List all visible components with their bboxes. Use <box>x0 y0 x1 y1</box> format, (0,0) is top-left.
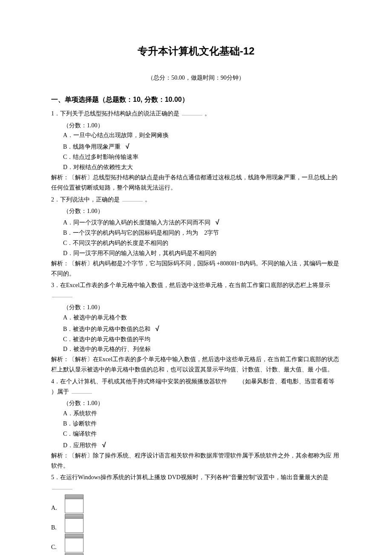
check-icon: √ <box>99 441 106 449</box>
q4-score: （分数：1.00） <box>51 398 341 408</box>
q2-stem-suffix: 。 <box>145 196 151 203</box>
q2-explanation: 解析：〔解析〕机内码都是2个字节，它与国际码不同，国际码 +8080H=B内码。… <box>51 259 341 279</box>
blank <box>52 484 72 490</box>
q5-opt-a: A. <box>51 495 341 513</box>
check-icon: √ <box>122 143 130 150</box>
page-title: 专升本计算机文化基础-12 <box>51 43 341 60</box>
q5-opt-c-letter: C. <box>51 542 62 552</box>
q1-opt-a: A．一旦中心结点出现故障，则全网瘫痪 <box>51 130 341 141</box>
q4-stem-text: 4．在个人计算机、手机或其他手持式终端中安装的视频播放器软件 （如暴风影音、看电… <box>51 378 334 395</box>
q2-opt-a: A．同一个汉字的输入码的长度随输入方法的不同而不同 √ <box>51 216 341 228</box>
blank <box>182 109 202 115</box>
volume-image-icon <box>65 495 84 513</box>
check-icon: √ <box>212 219 219 226</box>
volume-image-icon <box>65 514 84 533</box>
q3-stem: 3．在Excel工作表的多个单元格中输入数值，然后选中这些单元格，在当前工作窗口… <box>51 280 341 301</box>
blank <box>72 388 92 394</box>
blank <box>122 196 143 201</box>
q3-opt-b-text: B．被选中的单元格中数值的总和 <box>63 326 150 332</box>
q5-opt-c: C. <box>51 534 341 552</box>
q5-stem-text: 5．在运行Windows操作系统的计算机上播放 DVD视频时，下列各种"音量控制… <box>51 474 329 480</box>
q3-opt-b: B．被选中的单元格中数值的总和 √ <box>51 323 341 334</box>
q1-opt-c: C．结点过多时影响传输速率 <box>51 152 341 162</box>
q3-stem-text: 3．在Excel工作表的多个单元格中输入数值，然后选中这些单元格，在当前工作窗口… <box>51 282 330 288</box>
q4-opt-c: C．编译软件 <box>51 429 341 439</box>
q5-stem: 5．在运行Windows操作系统的计算机上播放 DVD视频时，下列各种"音量控制… <box>51 472 341 493</box>
q1-explanation: 解析：〔解析〕总线型拓扑结构的缺点是由于各结点通信都通过这根总线，线路争用现象严… <box>51 173 341 193</box>
q1-opt-b-text: B．线路争用现象严重 <box>63 144 121 150</box>
q2-opt-a-text: A．同一个汉字的输入码的长度随输入方法的不同而不同 <box>63 219 210 226</box>
q3-opt-c: C．被选中的单元格中数值的平均 <box>51 334 341 345</box>
q4-stem: 4．在个人计算机、手机或其他手持式终端中安装的视频播放器软件 （如暴风影音、看电… <box>51 377 341 397</box>
q1-opt-b: B．线路争用现象严重 √ <box>51 141 341 152</box>
volume-image-icon <box>65 534 84 552</box>
volume-image-icon <box>65 553 84 555</box>
q1-stem-text: 1．下列关于总线型拓扑结构缺点的说法正确的是 <box>51 110 179 117</box>
q5-opt-a-letter: A. <box>51 503 62 513</box>
q2-opt-d: D．同一汉字用不同的输入法输入时，其机内码是不相同的 <box>51 248 341 259</box>
q2-opt-c: C．不同汉字的机内码的长度是不相同的 <box>51 238 341 248</box>
section-heading: 一、单项选择题（总题数：10, 分数：10.00） <box>51 94 341 105</box>
q1-opt-d: D．对根结点的依赖性太大 <box>51 162 341 173</box>
q4-opt-d-text: D．应用软件 <box>63 442 97 449</box>
exam-meta: （总分：50.00，做题时间：90分钟） <box>51 73 341 83</box>
q3-score: （分数：1.00） <box>51 302 341 313</box>
q4-opt-b: B．诊断软件 <box>51 419 341 429</box>
q4-opt-a: A．系统软件 <box>51 408 341 419</box>
q2-stem: 2．下列说法中，正确的是 。 <box>51 195 341 205</box>
q1-score: （分数：1.00） <box>51 121 341 131</box>
check-icon: √ <box>152 325 159 332</box>
q2-opt-b: B．一个汉字的机内码与它的国标码是相同的，均为 2字节 <box>51 228 341 238</box>
q1-stem-suffix: 。 <box>205 110 210 117</box>
q5-opt-b-letter: B. <box>51 523 62 533</box>
q3-explanation: 解析：〔解析〕在Excel工作表的多个单元格中输入数值，然后选中这些单元格后，在… <box>51 354 341 375</box>
blank <box>52 292 72 298</box>
q2-score: （分数：1.00） <box>51 206 341 216</box>
q3-opt-a: A．被选中的单元格个数 <box>51 313 341 323</box>
q2-stem-text: 2．下列说法中，正确的是 <box>51 196 120 203</box>
q5-opt-d: D. <box>51 553 341 555</box>
q4-opt-d: D．应用软件 √ <box>51 439 341 451</box>
q4-explanation: 解析：〔解析〕除了操作系统、程序设计语言相关软件和数据库管理软件属于系统软件之外… <box>51 451 341 471</box>
q5-opt-b: B. <box>51 514 341 533</box>
q3-opt-d: D．被选中的单元格的行、列坐标 <box>51 344 341 354</box>
q1-stem: 1．下列关于总线型拓扑结构缺点的说法正确的是 。 <box>51 109 341 119</box>
